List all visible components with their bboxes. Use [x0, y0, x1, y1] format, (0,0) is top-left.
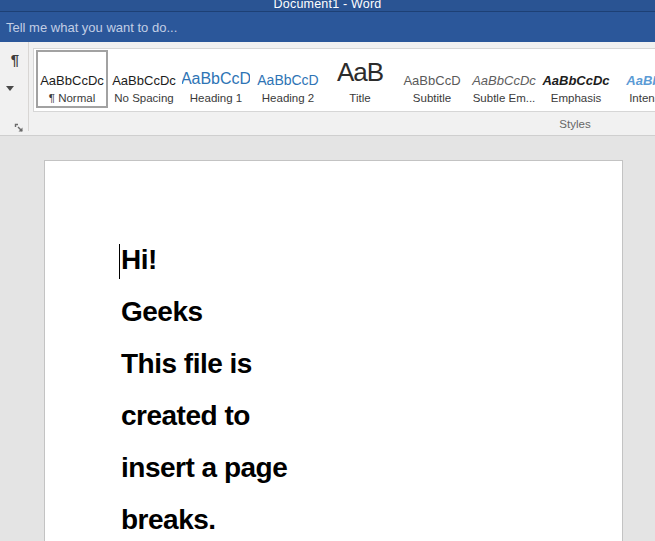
- text-line: Hi!: [121, 234, 287, 286]
- style-item-title[interactable]: AaB Title: [324, 50, 396, 108]
- style-label: Heading 2: [254, 92, 322, 104]
- ribbon: ¶ AaBbCcDc ¶ Normal AaBbCcDc No Spacing …: [0, 42, 655, 136]
- style-label: Subtle Em...: [470, 92, 538, 104]
- style-sample: AaBbCcD: [254, 52, 322, 89]
- text-line: This file is: [121, 338, 287, 390]
- style-sample: AaB: [326, 52, 394, 89]
- style-label: Title: [326, 92, 394, 104]
- style-sample: AaBbCcD: [398, 52, 466, 89]
- text-line: breaks.: [121, 494, 287, 541]
- style-label: ¶ Normal: [38, 92, 106, 104]
- title-bar: Document1 - Word: [0, 0, 655, 11]
- style-label: Intense: [614, 92, 655, 104]
- show-paragraph-marks-icon[interactable]: ¶: [5, 50, 25, 70]
- style-sample: AaBbCcDc: [38, 52, 106, 89]
- style-sample: AaBbCcDc: [542, 52, 610, 89]
- style-item-emphasis[interactable]: AaBbCcDc Emphasis: [540, 50, 612, 108]
- style-sample: AaBbCcDc: [110, 52, 178, 89]
- word-window: Document1 - Word Tell me what you want t…: [0, 0, 655, 541]
- style-sample: AaBbCcD: [182, 52, 250, 89]
- style-label: No Spacing: [110, 92, 178, 104]
- document-page[interactable]: Hi! Geeks This file is created to insert…: [44, 160, 623, 541]
- styles-group-label: Styles: [545, 118, 605, 130]
- paragraph-group-rail: ¶: [0, 42, 29, 131]
- text-line: Geeks: [121, 286, 287, 338]
- style-sample: AaBbCcDc: [470, 52, 538, 89]
- style-item-subtle-emphasis[interactable]: AaBbCcDc Subtle Em...: [468, 50, 540, 108]
- style-item-no-spacing[interactable]: AaBbCcDc No Spacing: [108, 50, 180, 108]
- styles-gallery: AaBbCcDc ¶ Normal AaBbCcDc No Spacing Aa…: [33, 48, 655, 112]
- style-item-heading-2[interactable]: AaBbCcD Heading 2: [252, 50, 324, 108]
- tell-me-input[interactable]: Tell me what you want to do...: [0, 20, 177, 35]
- style-label: Heading 1: [182, 92, 250, 104]
- style-label: Subtitle: [398, 92, 466, 104]
- style-item-subtitle[interactable]: AaBbCcD Subtitle: [396, 50, 468, 108]
- chevron-down-icon[interactable]: [6, 86, 14, 91]
- text-cursor: [119, 244, 120, 279]
- style-item-normal[interactable]: AaBbCcDc ¶ Normal: [36, 50, 108, 108]
- text-line: created to: [121, 390, 287, 442]
- dialog-launcher-icon[interactable]: [14, 121, 26, 133]
- style-sample: AaBbC: [614, 52, 655, 89]
- style-item-intense-emphasis[interactable]: AaBbC Intense: [612, 50, 655, 108]
- document-area: Hi! Geeks This file is created to insert…: [0, 136, 655, 541]
- window-title: Document1 - Word: [0, 0, 655, 11]
- tell-me-bar: Tell me what you want to do...: [0, 11, 655, 42]
- text-line: insert a page: [121, 442, 287, 494]
- style-item-heading-1[interactable]: AaBbCcD Heading 1: [180, 50, 252, 108]
- document-text: Hi! Geeks This file is created to insert…: [121, 234, 287, 541]
- style-label: Emphasis: [542, 92, 610, 104]
